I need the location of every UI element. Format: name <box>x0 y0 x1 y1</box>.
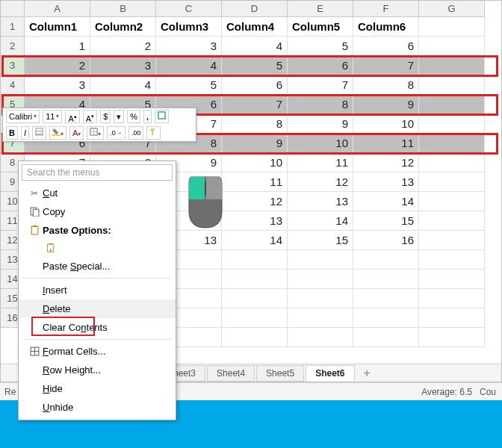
cell[interactable] <box>419 114 485 134</box>
cell[interactable] <box>353 270 419 289</box>
cell[interactable] <box>222 289 288 308</box>
cell[interactable] <box>419 250 485 270</box>
cell[interactable]: 12 <box>353 153 419 172</box>
font-color-button[interactable]: A▾ <box>69 126 84 140</box>
cell[interactable]: 2 <box>90 37 156 56</box>
increase-font-button[interactable]: A▴ <box>65 110 79 123</box>
header-cell[interactable]: Column5 <box>288 17 353 37</box>
cell[interactable]: 5 <box>222 56 288 75</box>
cell[interactable]: 4 <box>90 75 156 95</box>
comma-style-button[interactable]: , <box>143 110 152 123</box>
font-size-selector[interactable]: 11▾ <box>43 110 62 123</box>
cell[interactable] <box>419 192 485 211</box>
cell[interactable] <box>353 308 419 328</box>
cell[interactable]: 16 <box>353 231 419 250</box>
cell[interactable]: 3 <box>25 75 90 95</box>
column-header[interactable]: D <box>222 1 288 17</box>
cell[interactable] <box>419 95 485 114</box>
cell[interactable] <box>353 289 419 308</box>
cell[interactable] <box>353 250 419 270</box>
cell[interactable]: 6 <box>353 37 419 56</box>
select-all-corner[interactable] <box>1 1 25 17</box>
currency-button[interactable]: $ <box>100 110 111 123</box>
cell[interactable]: 14 <box>222 231 288 250</box>
cell[interactable]: 12 <box>288 172 353 192</box>
cell[interactable]: 3 <box>90 56 156 75</box>
cell[interactable] <box>419 328 485 347</box>
row-header[interactable]: 1 <box>1 17 25 37</box>
increase-decimal-button[interactable]: .0→ <box>107 126 126 140</box>
decrease-font-button[interactable]: A▾ <box>83 110 97 123</box>
cell[interactable] <box>288 328 353 347</box>
fill-color-button[interactable]: ▾ <box>49 126 66 140</box>
cell[interactable]: 15 <box>353 211 419 231</box>
cell[interactable]: 7 <box>353 56 419 75</box>
header-cell[interactable]: Column6 <box>353 17 419 37</box>
cell[interactable]: 9 <box>353 95 419 114</box>
cell[interactable]: 15 <box>288 231 353 250</box>
row-header[interactable]: 4 <box>1 75 25 95</box>
row-header[interactable]: 3 <box>1 56 25 75</box>
cell[interactable]: 8 <box>353 75 419 95</box>
cell[interactable]: 5 <box>156 75 222 95</box>
row-header[interactable]: 2 <box>1 37 25 56</box>
cell[interactable]: 2 <box>25 56 90 75</box>
header-cell[interactable]: Column2 <box>90 17 156 37</box>
cell[interactable]: 9 <box>288 114 353 134</box>
cell[interactable]: 11 <box>353 134 419 153</box>
column-header[interactable]: A <box>25 1 90 17</box>
cell[interactable] <box>419 270 485 289</box>
cell[interactable] <box>222 328 288 347</box>
chevron-down-icon[interactable]: ▾ <box>114 110 124 123</box>
cell[interactable]: 6 <box>288 56 353 75</box>
menu-search-input[interactable]: Search the menus <box>22 164 173 181</box>
cell[interactable] <box>222 250 288 270</box>
cell[interactable] <box>419 289 485 308</box>
cell[interactable] <box>419 134 485 153</box>
cell[interactable]: 11 <box>222 172 288 192</box>
menu-hide[interactable]: Hide <box>19 379 176 398</box>
cell[interactable]: 10 <box>222 153 288 172</box>
cell[interactable] <box>222 270 288 289</box>
cell[interactable] <box>419 231 485 250</box>
cell[interactable]: 10 <box>353 114 419 134</box>
cell[interactable] <box>419 211 485 231</box>
underline-button[interactable] <box>32 126 46 140</box>
format-painter-button[interactable] <box>146 126 161 140</box>
borders-button[interactable]: ▾ <box>87 126 104 140</box>
menu-delete[interactable]: Delete <box>19 299 176 318</box>
menu-paste-special[interactable]: Paste Special... <box>19 257 176 276</box>
header-cell[interactable]: Column3 <box>156 17 222 37</box>
cell[interactable]: 10 <box>288 134 353 153</box>
cell[interactable]: 5 <box>288 37 353 56</box>
menu-row-height[interactable]: Row Height... <box>19 361 176 379</box>
cell[interactable] <box>419 172 485 192</box>
cell[interactable] <box>222 308 288 328</box>
header-cell[interactable]: Column4 <box>222 17 288 37</box>
menu-copy[interactable]: Copy <box>19 202 176 221</box>
cell[interactable] <box>419 17 485 37</box>
cell[interactable]: 14 <box>353 192 419 211</box>
cell[interactable]: 7 <box>288 75 353 95</box>
cell[interactable] <box>419 153 485 172</box>
header-cell[interactable]: Column1 <box>25 17 90 37</box>
cell[interactable]: 6 <box>222 75 288 95</box>
percent-button[interactable]: % <box>127 110 140 123</box>
add-sheet-button[interactable]: + <box>356 365 378 382</box>
menu-paste-default[interactable]: A <box>19 240 176 257</box>
cell[interactable] <box>419 56 485 75</box>
cell[interactable] <box>288 250 353 270</box>
cell[interactable]: 4 <box>222 37 288 56</box>
menu-clear-contents[interactable]: Clear Contents <box>19 318 176 337</box>
cell[interactable]: 13 <box>288 192 353 211</box>
italic-button[interactable]: I <box>21 126 29 140</box>
tab-sheet5[interactable]: Sheet5 <box>256 365 304 382</box>
cell[interactable] <box>288 289 353 308</box>
column-header[interactable]: G <box>419 1 485 17</box>
cell[interactable]: 8 <box>222 114 288 134</box>
column-header[interactable]: E <box>288 1 353 17</box>
format-button[interactable] <box>155 110 169 123</box>
cell[interactable]: 4 <box>156 56 222 75</box>
cell[interactable]: 8 <box>288 95 353 114</box>
font-selector[interactable]: Calibri▾ <box>6 110 40 123</box>
